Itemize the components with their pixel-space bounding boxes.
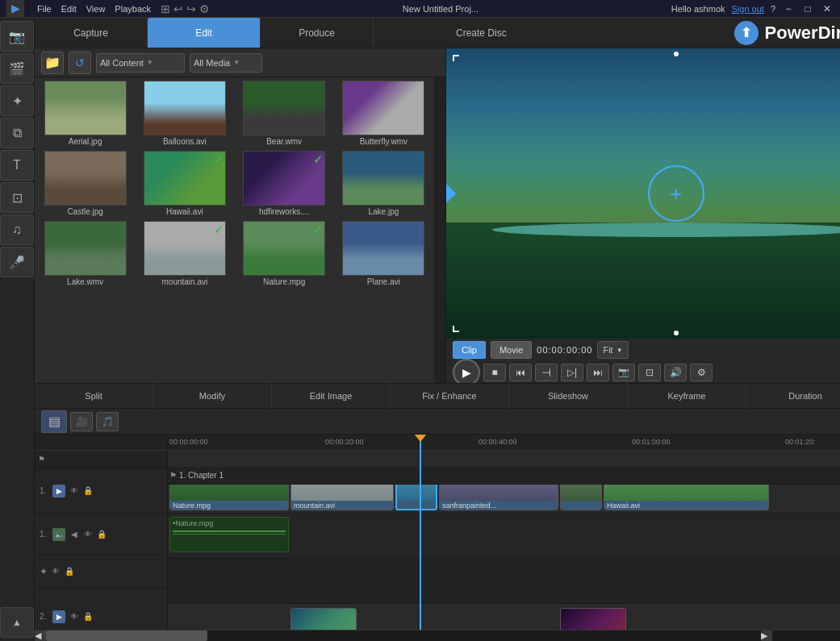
produce-tab-label: Produce	[299, 27, 335, 39]
playback-menu[interactable]: Playback	[115, 4, 151, 14]
effects-lock-btn[interactable]: 🔒	[64, 566, 75, 577]
tab-fix-enhance[interactable]: Fix / Enhance	[391, 383, 509, 409]
media-item-9[interactable]: ✓mountain.avi	[137, 221, 232, 286]
effects-icon: ✦	[40, 566, 48, 577]
step-fwd-button[interactable]: ▷|	[561, 364, 583, 381]
toolbar-icon-1[interactable]: ⊞	[161, 2, 170, 15]
snapshot-button[interactable]: 📷	[612, 364, 635, 381]
trim-prev-button[interactable]: ⊣	[535, 364, 558, 381]
track1-audio-lock-btn[interactable]: 🔒	[96, 529, 107, 540]
sidebar-capture-btn[interactable]: 📷	[0, 21, 34, 52]
toolbar-icon-2[interactable]: ↩	[173, 2, 183, 15]
sidebar-audio-btn[interactable]: ♫	[0, 214, 34, 245]
edit-tab[interactable]: Edit	[148, 18, 261, 48]
sidebar-voice-btn[interactable]: 🎤	[0, 247, 34, 277]
project-name-area: New Untitled Proj...	[223, 4, 658, 14]
restore-button[interactable]: □	[801, 2, 814, 15]
scroll-right-btn[interactable]: ▶	[761, 631, 772, 641]
scroll-left-btn[interactable]: ◀	[35, 631, 46, 641]
view-menu[interactable]: View	[86, 4, 106, 14]
file-menu[interactable]: File	[37, 4, 52, 14]
next-frame-button[interactable]: ⏭	[587, 364, 609, 381]
media-scrollbar[interactable]	[434, 77, 445, 383]
refresh-btn[interactable]: ↺	[69, 52, 91, 74]
settings-button[interactable]: ⚙	[690, 364, 713, 381]
sidebar-pip-btn[interactable]: ⊡	[0, 182, 34, 213]
tab-modify[interactable]: Modify	[153, 383, 272, 409]
preview-timebar: Clip Movie 00:00:00:00 Fit ▼	[446, 339, 840, 361]
track1-controls: 👁 🔒	[69, 485, 94, 497]
tab-slideshow[interactable]: Slideshow	[509, 383, 628, 409]
minimize-button[interactable]: −	[782, 2, 795, 15]
clip-hdf2[interactable]: hdf...	[560, 608, 626, 630]
media-item-2[interactable]: Bear.wmv	[237, 81, 332, 146]
capture-tab[interactable]: Capture	[35, 18, 148, 48]
sidebar-collapse-btn[interactable]: ▲	[0, 607, 34, 638]
media-item-8[interactable]: Lake.wmv	[38, 221, 132, 286]
movie-button[interactable]: Movie	[491, 341, 532, 359]
chapter-flag-icon: ⚑	[38, 455, 45, 464]
toolbar-icon-3[interactable]: ↪	[186, 2, 196, 15]
track2-eye-btn[interactable]: 👁	[69, 611, 80, 622]
toolbar-icon-4[interactable]: ⚙	[199, 2, 210, 15]
media-item-0[interactable]: Aerial.jpg	[38, 81, 132, 146]
media-item-7[interactable]: Lake.jpg	[336, 151, 431, 216]
sidebar-text-btn[interactable]: T	[0, 150, 34, 181]
crop-button[interactable]: ⊡	[638, 364, 661, 381]
scroll-track[interactable]	[46, 631, 761, 641]
media-check-5: ✓	[214, 153, 224, 166]
handle-bc	[674, 331, 679, 335]
track1-audio-eye-btn[interactable]: 👁	[82, 529, 94, 540]
media-type-dropdown[interactable]: All Media ▼	[190, 53, 262, 73]
help-button[interactable]: ?	[771, 4, 775, 14]
tab-edit-image[interactable]: Edit Image	[272, 383, 391, 409]
filter-dropdown[interactable]: All Content ▼	[96, 53, 185, 73]
media-item-6[interactable]: ✓hdfireworks....	[237, 151, 332, 216]
tab-duration[interactable]: Duration	[746, 383, 840, 409]
track1-audio-vol-btn[interactable]: ◀	[69, 529, 80, 540]
media-label-4: Castle.jpg	[67, 207, 102, 216]
close-button[interactable]: ✕	[821, 2, 834, 15]
timeline-tracks[interactable]: 00:00:00:00 00:00:20:00 00:00:40:00 00:0…	[168, 435, 840, 630]
media-item-3[interactable]: Butterfly.wmv	[336, 81, 431, 146]
produce-tab[interactable]: Produce	[261, 18, 374, 48]
tab-keyframe[interactable]: Keyframe	[628, 383, 746, 409]
stop-button[interactable]: ■	[483, 364, 506, 381]
audio-button[interactable]: 🔊	[664, 364, 687, 381]
effects-eye-btn[interactable]: 👁	[50, 566, 61, 577]
timeline-body: ⚑ 1. ▶ 👁 🔒 1. 🔈	[35, 435, 840, 630]
scroll-thumb-h[interactable]	[46, 631, 207, 641]
track2-lock-btn[interactable]: 🔒	[82, 611, 94, 622]
fit-dropdown[interactable]: Fit ▼	[597, 341, 628, 359]
media-thumb-1	[144, 81, 226, 135]
timeline-video-track-btn[interactable]: 🎥	[70, 412, 93, 431]
tab-fix-enhance-label: Fix / Enhance	[422, 391, 476, 401]
sidebar-media-btn[interactable]: 🎬	[0, 53, 34, 84]
media-item-4[interactable]: Castle.jpg	[38, 151, 132, 216]
clip-lake2[interactable]	[290, 608, 357, 630]
sparkle-icon: ✦	[12, 94, 23, 109]
track1-eye-btn[interactable]: 👁	[69, 485, 80, 497]
folder-btn[interactable]: 📁	[41, 52, 64, 74]
track1-lock-btn[interactable]: 🔒	[82, 485, 94, 497]
track2-header: 2. ▶ 👁 🔒	[35, 588, 168, 630]
timeline-audio-track-btn[interactable]: 🎵	[96, 412, 119, 431]
tab-split[interactable]: Split	[35, 383, 153, 409]
media-item-11[interactable]: Plane.avi	[336, 221, 431, 286]
media-item-1[interactable]: Balloons.avi	[137, 81, 232, 146]
media-item-5[interactable]: ✓Hawaii.avi	[137, 151, 232, 216]
sidebar-effects-btn[interactable]: ✦	[0, 85, 34, 116]
media-label-11: Plane.avi	[367, 277, 400, 286]
signout-link[interactable]: Sign out	[732, 4, 764, 14]
prev-frame-button[interactable]: ⏮	[509, 364, 532, 381]
media-item-10[interactable]: ✓Nature.mpg	[237, 221, 332, 286]
play-button[interactable]: ▶	[453, 359, 480, 386]
ruler-spacer	[35, 435, 167, 451]
audio-nature[interactable]: •Nature.mpg	[169, 517, 289, 552]
edit-menu[interactable]: Edit	[61, 4, 77, 14]
media-grid: Aerial.jpgBalloons.aviBear.wmvButterfly.…	[35, 77, 434, 383]
clip-button[interactable]: Clip	[453, 341, 486, 359]
mic-icon: 🎤	[9, 255, 25, 270]
timeline-import-btn[interactable]: ▤	[41, 410, 67, 433]
sidebar-transitions-btn[interactable]: ⧉	[0, 118, 34, 148]
